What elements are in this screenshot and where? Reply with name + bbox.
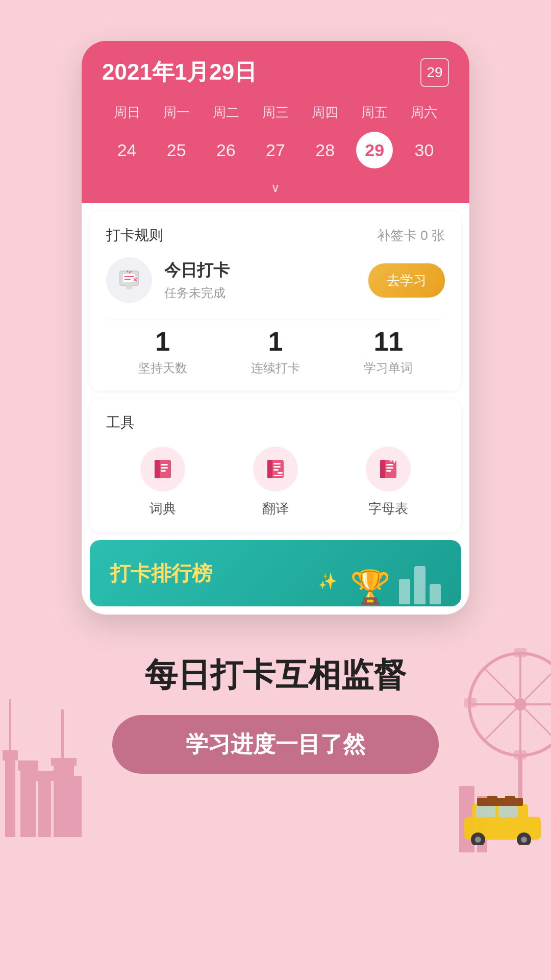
trophy-area: 🏆 ✨ [350,566,441,606]
tool-translate[interactable]: 翻译 [253,447,298,518]
stat-persist-number: 1 [138,328,187,355]
svg-rect-54 [273,475,283,476]
svg-text:✨: ✨ [318,572,338,591]
svg-rect-49 [267,460,272,478]
calendar-header: 2021年1月29日 29 周日 周一 周二 周三 周四 周五 周六 24 25… [82,41,469,203]
tool-translate-icon [253,447,298,492]
svg-rect-59 [386,470,391,472]
bar-2 [414,566,425,604]
cta-button[interactable]: 学习进度一目了然 [112,715,439,774]
weekday-fri: 周五 [350,100,399,126]
calendar-date-title: 2021年1月29日 [102,57,257,87]
svg-rect-57 [386,464,393,465]
punch-name: 今日打卡 [164,259,368,282]
stat-words: 11 学习单词 [364,328,413,376]
bar-chart [399,566,441,604]
svg-text:×: × [133,276,137,284]
svg-rect-53 [278,472,283,474]
tool-translate-label: 翻译 [262,500,289,518]
bar-3 [430,584,441,604]
weekday-sat: 周六 [399,100,449,126]
stats-row: 1 坚持天数 1 连续打卡 11 学习单词 [106,320,445,376]
ranking-text: 打卡排行榜 [110,559,212,587]
sparkle-icon: ✨ [318,571,339,592]
tool-alphabet-icon [366,447,411,492]
supplement-card-label: 补签卡 0 张 [377,227,445,244]
stat-words-number: 11 [364,328,413,355]
svg-rect-52 [273,469,279,471]
weekday-sun: 周日 [102,100,152,126]
punch-info: 今日打卡 任务未完成 [164,259,368,301]
day-24[interactable]: 24 [102,132,152,168]
stat-consecutive-label: 连续打卡 [251,360,300,376]
svg-rect-44 [155,460,160,478]
svg-rect-50 [273,463,281,464]
bar-1 [399,579,410,604]
punch-card-section: 打卡规则 补签卡 0 张 × [90,211,461,390]
punch-status: 任务未完成 [164,285,368,301]
tool-dictionary-icon [140,447,185,492]
tool-dictionary[interactable]: 词典 [140,447,185,518]
stat-persist-days: 1 坚持天数 [138,328,187,376]
svg-point-29 [475,837,481,843]
weekday-tue: 周二 [201,100,251,126]
weekday-mon: 周一 [152,100,201,126]
stat-consecutive-number: 1 [251,328,300,355]
svg-rect-46 [161,467,168,469]
expand-arrow-icon: ∨ [271,181,280,194]
study-button[interactable]: 去学习 [368,263,445,298]
weekday-wed: 周三 [251,100,300,126]
day-28[interactable]: 28 [300,132,350,168]
stat-consecutive: 1 连续打卡 [251,328,300,376]
trophy-icon: 🏆 [350,568,391,606]
punch-card-title: 打卡规则 [106,226,163,245]
tools-title: 工具 [106,413,445,432]
calendar-icon[interactable]: 29 [420,58,449,87]
tool-dictionary-label: 词典 [149,500,176,518]
svg-rect-58 [386,467,393,469]
day-30[interactable]: 30 [399,132,449,168]
today-punch-row: × 今日打卡 任务未完成 去学习 [106,257,445,303]
calendar-expand[interactable]: ∨ [102,175,449,203]
punch-icon: × [106,257,152,303]
tool-alphabet-label: 字母表 [368,500,408,518]
day-25[interactable]: 25 [152,132,201,168]
calendar-weekdays: 周日 周一 周二 周三 周四 周五 周六 [102,100,449,126]
svg-point-31 [521,837,527,843]
day-27[interactable]: 27 [251,132,300,168]
ranking-banner[interactable]: 打卡排行榜 🏆 ✨ [90,540,461,606]
day-26[interactable]: 26 [201,132,251,168]
phone-card: 2021年1月29日 29 周日 周一 周二 周三 周四 周五 周六 24 25… [82,41,469,615]
main-tagline: 每日打卡互相监督 [112,655,439,695]
svg-rect-39 [126,285,132,289]
weekday-thu: 周四 [300,100,350,126]
day-29-active[interactable]: 29 [356,132,393,168]
svg-rect-56 [380,460,385,478]
svg-rect-45 [161,464,168,465]
stat-persist-label: 坚持天数 [138,360,187,376]
bottom-section: 每日打卡互相监督 学习进度一目了然 [92,645,459,794]
calendar-days: 24 25 26 27 28 29 30 [102,132,449,175]
svg-rect-51 [273,466,281,468]
tools-section: 工具 词典 [90,399,461,532]
svg-rect-47 [161,470,166,472]
stat-words-label: 学习单词 [364,360,413,376]
tools-grid: 词典 翻译 [106,447,445,518]
tool-alphabet[interactable]: 字母表 [366,447,411,518]
